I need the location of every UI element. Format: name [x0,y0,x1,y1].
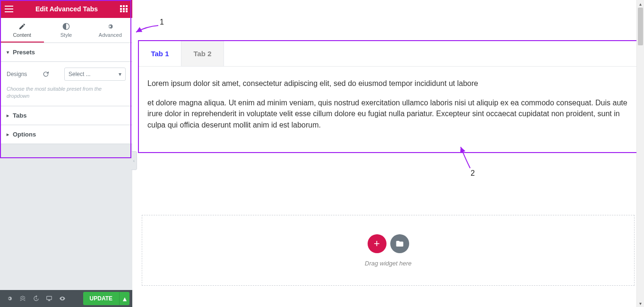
responsive-icon[interactable] [43,292,56,305]
annotation-label-2: 2 [471,169,475,178]
template-library-button[interactable] [390,234,409,253]
add-section-dropzone[interactable]: + Drag widget here [142,215,635,286]
chevron-down-icon: ▾ [7,50,9,55]
panel-collapse-handle[interactable]: ‹ [131,151,137,170]
annotation-label-1: 1 [160,18,164,26]
tab-advanced[interactable]: Advanced [88,18,132,43]
widget-tab-1-label: Tab 1 [151,50,169,58]
tab-content-label: Content [13,32,31,38]
annotation-arrow-1 [132,22,161,36]
panel-header: Edit Advanced Tabs [0,0,132,18]
gear-icon [106,23,114,30]
dropzone-buttons: + [368,234,409,253]
content-paragraph-1: Lorem ipsum dolor sit amet, consectetur … [147,78,630,89]
preview-icon[interactable] [56,292,69,305]
section-presets-body: Designs Select ... ▾ Choose the most sui… [0,62,132,106]
editor-panel: Edit Advanced Tabs Content Style Advance… [0,0,132,307]
plus-icon: + [374,238,380,250]
panel-title: Edit Advanced Tabs [13,5,120,13]
contrast-icon [62,23,70,30]
designs-select-placeholder: Select ... [69,71,91,77]
update-button[interactable]: UPDATE [83,292,119,305]
dropzone-text: Drag widget here [365,260,412,267]
chevron-right-icon: ▸ [7,132,9,137]
update-button-label: UPDATE [90,295,112,302]
widget-tab-2-label: Tab 2 [193,50,211,58]
section-tabs-header[interactable]: ▸ Tabs [0,106,132,125]
scroll-down-icon[interactable]: ▾ [637,299,644,307]
content-paragraph-2: et dolore magna aliqua. Ut enim ad minim… [147,97,630,130]
widget-tab-1[interactable]: Tab 1 [139,41,181,66]
navigator-icon[interactable] [16,292,29,305]
widget-tab-strip: Tab 1 Tab 2 [139,41,638,67]
chevron-right-icon: ▸ [7,113,9,118]
section-options-header[interactable]: ▸ Options [0,125,132,144]
tab-style-label: Style [60,32,72,38]
panel-footer: UPDATE ▴ [0,290,132,307]
designs-label: Designs [7,71,27,77]
section-tabs-label: Tabs [13,112,26,119]
tab-content[interactable]: Content [0,18,44,43]
tab-style[interactable]: Style [44,18,88,43]
page-scrollbar[interactable]: ▴ ▾ [636,0,644,307]
folder-icon [395,239,404,248]
scroll-thumb[interactable] [638,8,643,45]
designs-select[interactable]: Select ... ▾ [64,68,126,81]
pencil-icon [18,23,26,30]
widgets-grid-icon[interactable] [120,5,128,13]
section-options-label: Options [13,131,36,138]
history-icon[interactable] [29,292,43,305]
menu-icon[interactable] [5,6,13,12]
section-presets-label: Presets [13,49,35,56]
section-presets-header[interactable]: ▾ Presets [0,43,132,62]
update-options-button[interactable]: ▴ [119,292,129,305]
designs-hint: Choose the most suitable preset from the… [7,85,126,100]
panel-tabs: Content Style Advanced [0,18,132,43]
advanced-tabs-widget[interactable]: Tab 1 Tab 2 Lorem ipsum dolor sit amet, … [138,40,639,153]
widget-tab-content: Lorem ipsum dolor sit amet, consectetur … [139,67,638,152]
tab-advanced-label: Advanced [99,32,122,38]
scroll-up-icon[interactable]: ▴ [637,0,644,8]
add-section-button[interactable]: + [368,234,386,253]
widget-tab-2[interactable]: Tab 2 [181,41,224,66]
settings-icon[interactable] [3,292,16,305]
editor-canvas: 1 Tab 1 Tab 2 Lorem ipsum dolor sit amet… [132,0,644,307]
chevron-down-icon: ▾ [119,71,121,77]
refresh-icon[interactable] [42,70,50,78]
